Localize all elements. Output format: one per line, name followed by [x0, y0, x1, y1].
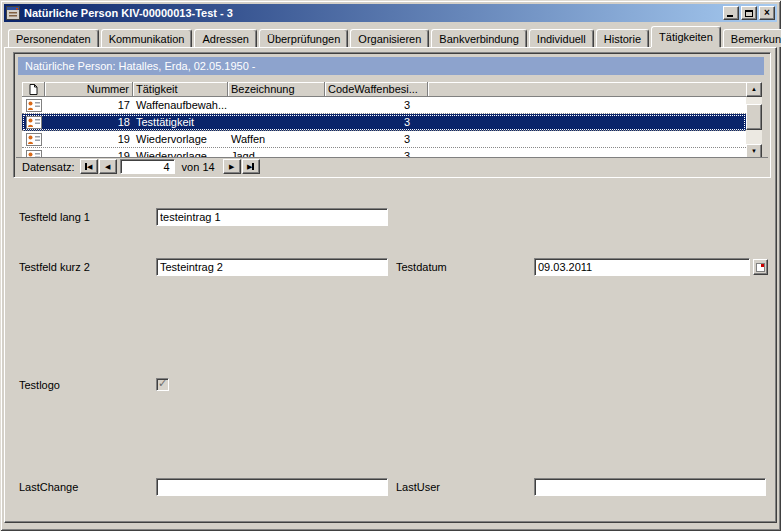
tab-bankverbindung[interactable]: Bankverbindung — [431, 29, 527, 47]
column-header-filler — [428, 82, 762, 96]
tab-personendaten[interactable]: Personendaten — [8, 29, 99, 47]
cell-code: 3 — [325, 114, 428, 130]
grid-body: 17 Waffenaufbewah... 3 — [22, 97, 746, 159]
lastchange-label: LastChange — [19, 478, 78, 496]
record-navigator-label: Datensatz: — [22, 161, 75, 173]
testfeld-kurz-2-label: Testfeld kurz 2 — [19, 258, 90, 276]
scrollbar-thumb[interactable] — [746, 104, 762, 130]
cell-code: 3 — [325, 131, 428, 147]
person-record-icon — [26, 116, 42, 129]
testfeld-kurz-2-input[interactable] — [156, 258, 388, 276]
column-header-codewaffenbesitz[interactable]: CodeWaffenbesi... — [325, 82, 428, 96]
person-record-icon — [26, 133, 42, 146]
scroll-up-button[interactable]: ▲ — [746, 82, 762, 97]
document-icon — [29, 84, 38, 95]
column-header-nummer[interactable]: Nummer — [45, 82, 133, 96]
tab-bemerkungen[interactable]: Bemerkungen — [723, 29, 781, 47]
scroll-down-icon: ▼ — [751, 148, 757, 154]
application-window: Natürliche Person KIV-00000013-Test - 3 … — [0, 0, 781, 531]
previous-record-icon: ◀ — [105, 163, 110, 170]
first-record-button[interactable]: ◀ — [80, 159, 98, 174]
cell-nummer: 18 — [45, 114, 133, 130]
cell-code: 3 — [325, 97, 428, 113]
column-header-taetigkeit[interactable]: Tätigkeit — [133, 82, 228, 96]
cell-taetigkeit: Testtätigkeit — [133, 114, 228, 130]
app-icon — [6, 6, 20, 20]
record-navigator: Datensatz: ◀ ◀ von 14 ▶ ▶ — [16, 157, 768, 175]
row-record-cell — [22, 133, 45, 146]
grid-header-row: Nummer Tätigkeit Bezeichnung CodeWaffenb… — [22, 82, 762, 97]
table-row[interactable]: 19 Wiedervorlage Waffen 3 — [22, 131, 746, 148]
minimize-icon — [727, 15, 733, 17]
scroll-up-icon: ▲ — [751, 86, 757, 92]
checkmark-icon: ✓ — [158, 378, 167, 389]
window-title: Natürliche Person KIV-00000013-Test - 3 — [24, 7, 721, 19]
previous-record-button[interactable]: ◀ — [99, 159, 117, 174]
calendar-icon — [756, 263, 765, 272]
tab-individuell[interactable]: Individuell — [529, 29, 594, 47]
close-button[interactable]: × — [759, 6, 775, 20]
taetigkeiten-subform: Natürliche Person: Hatalles, Erda, 02.05… — [13, 52, 771, 178]
current-record-input[interactable] — [120, 159, 175, 174]
cell-nummer: 19 — [45, 131, 133, 147]
grid-vertical-scrollbar[interactable]: ▲ ▼ — [746, 82, 762, 159]
lastuser-label: LastUser — [396, 478, 440, 496]
date-picker-button[interactable] — [753, 259, 768, 275]
tab-kommunikation[interactable]: Kommunikation — [101, 29, 193, 47]
minimize-button[interactable] — [723, 6, 739, 20]
next-record-button[interactable]: ▶ — [223, 159, 241, 174]
lastuser-input[interactable] — [534, 478, 766, 496]
tab-historie[interactable]: Historie — [596, 29, 649, 47]
taetigkeiten-grid: Nummer Tätigkeit Bezeichnung CodeWaffenb… — [22, 82, 762, 159]
testdatum-label: Testdatum — [396, 258, 447, 276]
testdatum-input[interactable] — [534, 258, 750, 276]
title-bar[interactable]: Natürliche Person KIV-00000013-Test - 3 … — [4, 4, 777, 22]
table-row[interactable]: 17 Waffenaufbewah... 3 — [22, 97, 746, 114]
testfeld-lang-1-label: Tesfteld lang 1 — [19, 208, 90, 226]
cell-taetigkeit: Waffenaufbewah... — [133, 97, 228, 113]
first-record-icon: ◀ — [87, 163, 92, 170]
cell-bezeichnung: Waffen — [228, 131, 325, 147]
table-row-selected[interactable]: 18 Testtätigkeit 3 — [22, 114, 746, 131]
cell-nummer: 17 — [45, 97, 133, 113]
cell-taetigkeit: Wiedervorlage — [133, 131, 228, 147]
maximize-button[interactable] — [741, 6, 757, 20]
tab-adressen[interactable]: Adressen — [194, 29, 256, 47]
tab-ueberpruefungen[interactable]: Überprüfungen — [259, 29, 348, 47]
maximize-icon — [745, 10, 753, 17]
person-info-bar: Natürliche Person: Hatalles, Erda, 02.05… — [18, 57, 764, 75]
lastchange-input[interactable] — [156, 478, 388, 496]
tab-taetigkeiten[interactable]: Tätigkeiten — [651, 26, 721, 47]
column-header-record-icon[interactable] — [22, 82, 45, 96]
column-header-bezeichnung[interactable]: Bezeichnung — [228, 82, 325, 96]
close-icon: × — [764, 8, 770, 18]
next-record-icon: ▶ — [229, 163, 234, 170]
testfeld-lang-1-input[interactable] — [156, 208, 388, 226]
person-record-icon — [26, 99, 42, 112]
tab-strip: Personendaten Kommunikation Adressen Übe… — [8, 29, 777, 47]
last-record-bar — [252, 163, 254, 170]
testlogo-checkbox[interactable]: ✓ — [156, 378, 169, 391]
row-record-cell — [22, 116, 45, 129]
row-record-cell — [22, 99, 45, 112]
last-record-button[interactable]: ▶ — [242, 159, 260, 174]
tab-page-taetigkeiten: Natürliche Person: Hatalles, Erda, 02.05… — [4, 47, 777, 523]
record-count-label: von 14 — [182, 161, 215, 173]
testlogo-label: Testlogo — [19, 376, 60, 394]
tab-organisieren[interactable]: Organisieren — [350, 29, 429, 47]
